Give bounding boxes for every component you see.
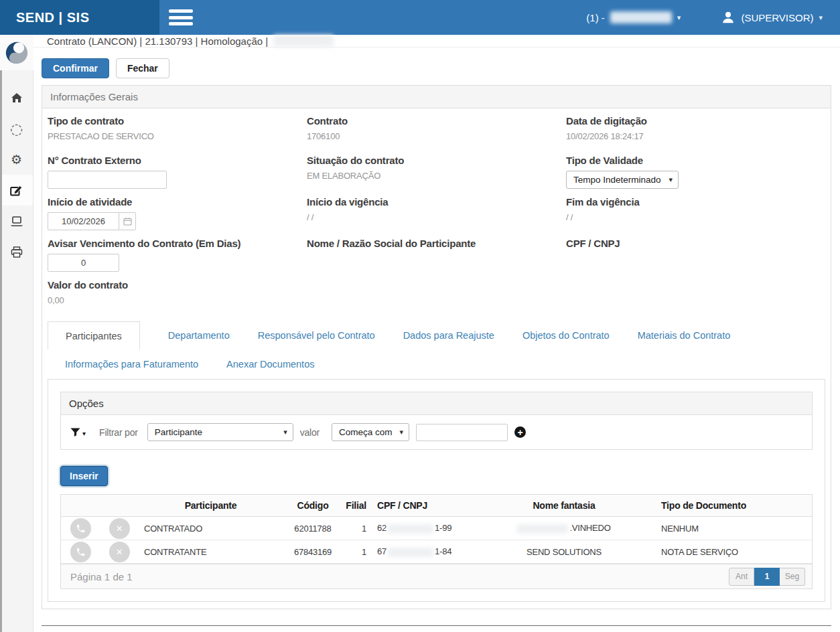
col-tipo-documento: Tipo de Documento [641, 500, 812, 511]
phone-button[interactable] [70, 542, 91, 562]
cell-cpf: 671-84 [373, 546, 487, 557]
company-prefix: (1) - [586, 12, 605, 23]
field-value: PRESTACAO DE SERVICO [48, 131, 307, 141]
valor-label: valor [300, 427, 320, 438]
tab-departamento[interactable]: Departamento [168, 330, 230, 341]
field-value: / / [307, 212, 566, 222]
tab-materiais[interactable]: Materiais do Contrato [638, 330, 731, 341]
calendar-button[interactable] [119, 212, 136, 230]
tab-participantes[interactable]: Participantes [48, 321, 140, 349]
sidebar-item-home[interactable] [0, 82, 33, 113]
field-tipo-contrato: Tipo de contrato PRESTACAO DE SERVICO [48, 115, 307, 147]
remove-button[interactable]: ✕ [109, 518, 130, 539]
field-value: 10/02/2026 18:24:17 [566, 131, 825, 141]
avisar-vencimento-input[interactable] [48, 254, 119, 272]
field-value: 1706100 [307, 131, 566, 141]
tab-objetos[interactable]: Objetos do Contrato [522, 330, 610, 341]
sidebar-item-contracts[interactable] [0, 175, 33, 206]
table-row: ✕ CONTRATANTE 67843169 1 671-84 SEND SOL… [61, 540, 812, 564]
field-inicio-atividade: Início de atividade [48, 196, 307, 230]
field-nome-razao: Nome / Razão Social do Participante [307, 238, 566, 272]
prev-page-button[interactable]: Ant [729, 568, 754, 586]
app-logo [0, 35, 33, 70]
filter-icon [70, 428, 81, 437]
field-situacao: Situação do contrato EM ELABORAÇÃO [307, 155, 566, 189]
sidebar-nav: ◌ ⚙︎ [0, 70, 33, 632]
filter-field-select[interactable]: Participante ▾ [147, 423, 293, 441]
phone-button[interactable] [70, 518, 91, 539]
plus-icon: + [518, 428, 523, 437]
company-selector[interactable]: (1) - ▾ [586, 11, 681, 23]
cell-nome-fantasia: .VINHEDO [487, 523, 641, 534]
cell-codigo: 67843169 [283, 547, 343, 557]
next-page-button[interactable]: Seg [780, 568, 805, 586]
field-label: Situação do contrato [307, 155, 566, 166]
field-label: Início de atividade [48, 196, 307, 208]
chevron-down-icon: ▾ [400, 428, 404, 437]
options-panel: Opções ▾ Filtrar por Participante ▾ [60, 392, 813, 450]
chevron-down-icon: ▾ [669, 175, 673, 184]
redacted-cpf [388, 548, 433, 557]
cell-participante: CONTRATADO [139, 524, 283, 534]
tab-anexar-documentos[interactable]: Anexar Documentos [226, 359, 314, 370]
field-label: Tipo de Validade [566, 155, 825, 166]
filter-value-input[interactable] [416, 424, 508, 441]
redacted-breadcrumb-segment [273, 35, 334, 47]
inicio-atividade-input[interactable] [48, 212, 119, 230]
add-filter-button[interactable]: + [514, 426, 526, 438]
tipo-validade-select[interactable]: Tempo Indeterminado ▾ [566, 171, 679, 189]
field-label: Avisar Vencimento do Contrato (Em Dias) [48, 238, 307, 249]
contrato-externo-input[interactable] [48, 171, 167, 189]
sidebar-scrollbar[interactable] [0, 70, 2, 632]
user-role-label: (SUPERVISOR) [741, 12, 813, 23]
field-value: / / [566, 212, 825, 222]
tab-responsavel[interactable]: Responsável pelo Contrato [258, 330, 375, 341]
phone-icon [76, 524, 86, 534]
filter-menu-button[interactable]: ▾ [70, 428, 86, 437]
page-1-button[interactable]: 1 [754, 568, 780, 586]
sidebar-item-settings[interactable]: ⚙︎ [0, 144, 33, 175]
field-label: Data de digitação [566, 115, 825, 127]
confirm-button[interactable]: Confirmar [42, 58, 109, 78]
field-data-digitacao: Data de digitação 10/02/2026 18:24:17 [566, 115, 825, 147]
user-icon [721, 10, 736, 25]
app-window: SEND | SIS (1) - ▾ (SUPERVISOR) [0, 0, 840, 632]
cell-cpf: 621-99 [373, 523, 487, 534]
close-icon: ✕ [116, 524, 123, 534]
field-label: N° Contrato Externo [48, 155, 307, 166]
sidebar-item-processes[interactable]: ◌ [0, 113, 33, 144]
insert-button[interactable]: Inserir [60, 466, 108, 486]
cell-filial: 1 [343, 547, 373, 557]
field-contrato: Contrato 1706100 [307, 115, 566, 147]
close-button[interactable]: Fechar [116, 58, 169, 78]
redacted-cpf [388, 524, 433, 534]
menu-toggle-button[interactable] [169, 9, 193, 25]
tab-dados-reajuste[interactable]: Dados para Reajuste [403, 330, 494, 341]
remove-button[interactable]: ✕ [109, 542, 130, 562]
participants-table: Participante Código Filial CPF / CNPJ No… [60, 494, 813, 589]
sidebar-item-print[interactable] [0, 236, 33, 267]
cell-nome-fantasia: SEND SOLUTIONS [487, 547, 641, 557]
cell-tipo-documento: NOTA DE SERVIÇO [641, 547, 812, 557]
field-fim-vigencia: Fim da vigência / / [566, 196, 825, 230]
field-avisar-vencimento: Avisar Vencimento do Contrato (Em Dias) [48, 238, 307, 272]
calendar-icon [123, 217, 132, 226]
page-info: Página 1 de 1 [70, 571, 133, 582]
col-participante: Participante [139, 500, 283, 511]
general-info-panel: Informações Gerais Tipo de contrato PRES… [42, 85, 831, 609]
field-label: Nome / Razão Social do Participante [307, 238, 566, 249]
gear-icon: ⚙︎ [11, 152, 22, 167]
filter-operator-select[interactable]: Começa com ▾ [332, 423, 409, 441]
spinner-icon: ◌ [10, 121, 23, 137]
chevron-down-icon: ▾ [677, 14, 681, 21]
redacted-nome [517, 524, 568, 534]
sidebar-item-terminal[interactable] [0, 206, 33, 236]
field-value: EM ELABORAÇÃO [307, 171, 566, 181]
laptop-icon [10, 216, 23, 227]
field-cpf-cnpj: CPF / CNPJ [566, 238, 825, 272]
home-icon [11, 92, 23, 103]
user-menu[interactable]: (SUPERVISOR) ▾ [721, 10, 823, 25]
app-title: SEND | SIS [16, 10, 90, 25]
tab-faturamento[interactable]: Informações para Faturamento [65, 359, 198, 370]
close-icon: ✕ [116, 547, 123, 557]
